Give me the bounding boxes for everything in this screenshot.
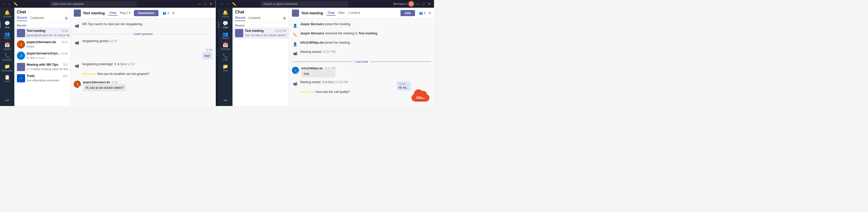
msg-text-chat-right: Hoi! [304,72,309,76]
system-message: 📹 365 Tips neemt nu deel aan het vergade… [74,22,213,29]
list-item[interactable]: 🔵 Trello 2/01 Een afbeelding verzonden [14,73,70,84]
cloud-base: 365tips [411,94,429,102]
sidebar-item-calendar-right[interactable]: 📅 Calendar [218,41,232,52]
tab-more-right[interactable]: 2 more ▾ [347,10,362,16]
search-placeholder-right: Search or type a command [264,2,297,5]
tab-files-right[interactable]: Files [336,10,346,16]
compose-icon-left[interactable]: ✏️ [12,2,19,6]
sidebar-item-calls-left[interactable]: 📞 Oproepen [0,52,14,63]
chat-item-name: jasper@bernaers.be [27,40,56,44]
maximize-btn-left[interactable]: □ [203,2,207,6]
tab-chat-right[interactable]: Chat [326,10,336,16]
search-bar-right[interactable]: Search or type a command [261,1,348,7]
chat-filter-icon-left[interactable]: ⚗ [64,17,68,21]
sidebar-item-activity-right[interactable]: 🔔 Activity [218,9,232,20]
chat-filter-icon-right[interactable]: ⚗ [283,17,286,21]
system-message: 📹 Vergadering beëindigd 2 m 14 s 12:32 [74,61,213,69]
msg-bubble-chat-left: Hi, kan je de notulen delen? [83,84,126,91]
close-btn-left[interactable]: ✕ [209,2,214,6]
meeting-title-right: Test meeting [301,11,323,15]
join-btn-left[interactable]: Deelnemen [134,10,158,16]
chat-tab-contacts-left[interactable]: Contacten [30,16,44,21]
calendar-label-right: Calendar [221,48,230,50]
sidebar-item-activity-left[interactable]: 🔔 Activiteit [0,9,14,20]
info-avatar-right: i [292,67,299,74]
forward-btn-right[interactable]: › [225,2,229,6]
system-text: Jasper Bernaers joined the meeting. [300,22,351,26]
teams-icon-left: 👥 [4,32,10,36]
calls-label-left: Oproepen [2,58,12,61]
rating-stars-left[interactable]: ★★★★★ [82,72,96,76]
more-options-left[interactable]: ≡ [172,11,174,16]
sidebar-item-files-right[interactable]: 📁 Files [218,63,232,73]
participants-btn-right[interactable]: 👥 2 [419,11,426,15]
chat-item-info: Meeting with 365 Tips 7/03 U: Created me… [27,63,68,71]
msg-body-right: info@365tips.be 12:31 PM Hoi! [301,67,335,78]
tab-chat-left[interactable]: Chat [108,10,118,16]
main-header-left: 📹 Test meeting Chat Nog 1 ▾ Deelnemen 👥 … [71,8,216,19]
activity-icon-left: 🔔 [4,10,10,15]
chat-panel-tabs-right: Recent Contacts ⚗ [235,16,286,21]
msg-header-right: info@365tips.be 12:31 PM [301,67,335,70]
chat-tab-recent-left[interactable]: Recent [17,16,27,21]
sidebar-item-files-left[interactable]: 📁 Bestanden [0,63,14,73]
divider-hr-left [74,34,131,34]
left-arrow-icon[interactable]: ‹ [217,50,217,53]
forward-btn-left[interactable]: › [7,2,11,6]
right-arrow-icon[interactable]: › [217,54,217,56]
divider-last-read-left: Laatst gelezen [74,32,213,35]
main-content-left: 📹 Test meeting Chat Nog 1 ▾ Deelnemen 👥 … [71,8,216,106]
back-btn-right[interactable]: ‹ [220,2,223,6]
avatar: 📹 [17,29,25,37]
self-bubble-right: 12:32 Hi, ka... [396,81,411,90]
system-message: 👤 Jasper Bernaers joined the meeting. [292,22,431,29]
system-text: info@365tips.be joined the meeting. [300,41,350,45]
sidebar-item-agenda-left[interactable]: 📅 Agenda [0,41,14,52]
minimize-btn-left[interactable]: — [196,2,202,6]
chat-message-left: J jasper@bernaers.be 12:32 Hi, kan je de… [74,80,213,92]
meeting-icon-left: 📹 [74,9,81,17]
msg-sender-right: info@365tips.be [301,67,323,70]
main-header-right: 📹 Test meeting Chat Files 2 more ▾ Join … [289,8,434,19]
user-avatar-right[interactable]: B [408,1,414,7]
rating-text-left: Wat was de kwaliteit van het gesprek? [97,72,149,76]
chat-section-label-right: Recent [232,22,288,27]
divider-hr2-left [155,34,213,34]
list-item[interactable]: 📹 Meeting with 365 Tips 7/03 U: Created … [14,61,70,73]
sidebar-item-teams-left[interactable]: 👥 Teams [0,30,14,41]
compose-icon-right[interactable]: ✏️ [231,2,237,6]
sidebar-more-left[interactable]: ••• [0,97,14,104]
list-item[interactable]: J jasper.bernaers@syner... 12:08 U: test… [14,50,70,61]
join-btn-right[interactable]: Join [400,10,415,16]
maximize-btn-right[interactable]: □ [422,2,426,6]
self-message-left: 12:31 Hoi! [202,48,212,59]
close-btn-right[interactable]: ✕ [427,2,432,6]
list-item[interactable]: 📹 Test meeting 12:32 jasper@bernaers.be:… [14,27,70,39]
chat-tab-recent-right[interactable]: Recent [235,16,245,21]
list-item[interactable]: 📹 Test meeting 12:32 PM You: Hi, kan je … [232,27,288,39]
title-bar-right: ‹ › ✏️ Search or type a command Bernaers… [218,0,434,8]
msg-sender-left: jasper@bernaers.be [83,81,110,84]
chat-item-time: 7/03 [63,63,68,66]
activity-icon-right: 🔔 [222,10,228,15]
sidebar-item-trello-left[interactable]: 📋 Trello [0,73,14,84]
user-name-right[interactable]: Bernaers ▾ [394,2,407,6]
sidebar-item-teams-right[interactable]: 👥 Teams [218,30,232,41]
chat-item-preview: jasper@bernaers.be: Hi, kan je de... [27,34,70,37]
tab-nog-left[interactable]: Nog 1 ▾ [118,10,132,16]
search-bar-left[interactable]: Zoek of typ een opdracht [50,1,137,7]
minimize-btn-right[interactable]: — [415,2,421,6]
sidebar-more-right[interactable]: ••• [218,97,232,104]
back-btn-left[interactable]: ‹ [2,2,5,6]
chat-tab-contacts-right[interactable]: Contacts [248,16,260,21]
title-bar-left: ‹ › ✏️ Zoek of typ een opdracht — □ ✕ [0,0,216,8]
sidebar-item-chat-left[interactable]: 💬 Chat [0,20,14,30]
sidebar-item-chat-right[interactable]: 💬 Chat [218,20,232,30]
list-item[interactable]: J jasper@bernaers.be 12:13 Extern [14,39,70,50]
participants-btn-left[interactable]: 👥 2 [163,11,169,15]
chat-item-preview: Een afbeelding verzonden [27,79,59,82]
sidebar-item-calls-right[interactable]: 📞 Calls [218,52,232,63]
rating-stars-right[interactable]: ★★★★★ [300,90,314,94]
last-read-label-right: Last read [355,60,368,63]
more-options-right[interactable]: ≡ [429,11,431,16]
